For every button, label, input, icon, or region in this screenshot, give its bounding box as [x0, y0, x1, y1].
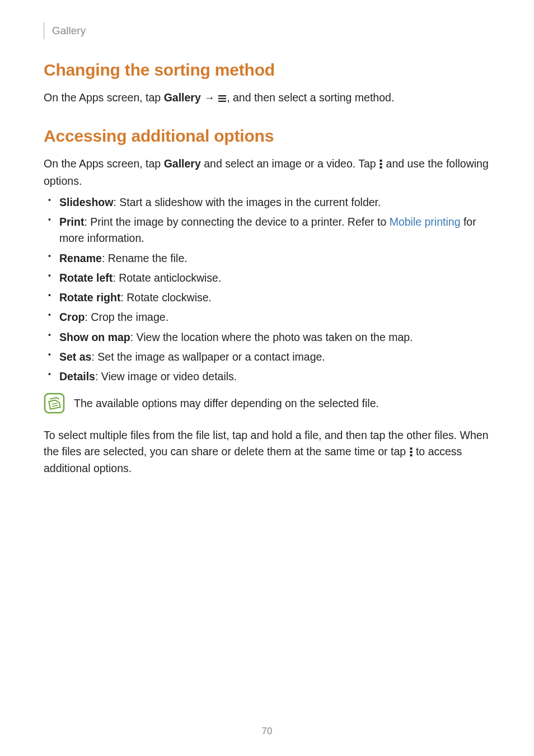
- item-label: Print: [59, 216, 84, 228]
- note-callout: The available options may differ dependi…: [44, 393, 490, 414]
- svg-rect-11: [410, 454, 412, 456]
- heading-options: Accessing additional options: [44, 127, 490, 146]
- svg-rect-0: [218, 95, 226, 96]
- svg-rect-1: [218, 98, 226, 99]
- svg-rect-2: [218, 101, 226, 102]
- item-label: Crop: [59, 311, 85, 323]
- svg-rect-10: [410, 451, 412, 453]
- item-desc: : Rotate anticlockwise.: [113, 272, 221, 284]
- arrow-text: →: [201, 91, 218, 104]
- list-item: Slideshow: Start a slideshow with the im…: [59, 194, 490, 211]
- item-desc: : View the location where the photo was …: [130, 331, 413, 343]
- item-desc: : Crop the image.: [85, 311, 169, 323]
- note-text: The available options may differ dependi…: [74, 396, 379, 411]
- list-item: Print: Print the image by connecting the…: [59, 214, 490, 247]
- item-label: Rename: [59, 252, 102, 264]
- svg-rect-6: [45, 394, 64, 413]
- section-sorting: Changing the sorting method On the Apps …: [44, 60, 490, 106]
- list-item: Rotate left: Rotate anticlockwise.: [59, 270, 490, 286]
- options-list: Slideshow: Start a slideshow with the im…: [44, 194, 490, 385]
- options-intro: On the Apps screen, tap Gallery and sele…: [44, 156, 490, 189]
- sorting-text-pre: On the Apps screen, tap: [44, 91, 164, 104]
- section-options: Accessing additional options On the Apps…: [44, 127, 490, 476]
- item-desc: : Start a slideshow with the images in t…: [113, 196, 381, 208]
- item-label: Rotate left: [59, 272, 113, 284]
- svg-rect-3: [380, 160, 382, 162]
- list-item: Details: View image or video details.: [59, 368, 490, 385]
- list-item: Rename: Rename the file.: [59, 250, 490, 267]
- item-label: Show on map: [59, 331, 130, 343]
- list-item: Set as: Set the image as wallpaper or a …: [59, 349, 490, 365]
- menu-icon: [218, 91, 226, 106]
- svg-line-8: [52, 405, 58, 407]
- list-item: Crop: Crop the image.: [59, 309, 490, 325]
- item-desc: : Rotate clockwise.: [120, 291, 212, 304]
- note-icon: [44, 393, 65, 414]
- item-label: Set as: [59, 351, 91, 363]
- section-name: Gallery: [52, 25, 86, 37]
- page-number: 70: [0, 726, 534, 737]
- sorting-body: On the Apps screen, tap Gallery → , and …: [44, 90, 490, 106]
- svg-rect-4: [380, 163, 382, 165]
- svg-rect-5: [380, 166, 382, 169]
- heading-sorting: Changing the sorting method: [44, 60, 490, 80]
- sorting-text-gallery: Gallery: [164, 91, 201, 104]
- options-intro-gallery: Gallery: [164, 157, 201, 170]
- options-intro-mid: and select an image or a video. Tap: [201, 157, 379, 170]
- item-desc: : Set the image as wallpaper or a contac…: [91, 351, 325, 363]
- svg-rect-9: [410, 447, 412, 450]
- header-section-bar: Gallery: [44, 22, 490, 39]
- link-mobile-printing[interactable]: Mobile printing: [390, 216, 461, 228]
- item-label: Rotate right: [59, 291, 120, 304]
- item-label: Details: [59, 370, 95, 382]
- item-desc-pre: : Print the image by connecting the devi…: [84, 216, 389, 228]
- list-item: Show on map: View the location where the…: [59, 329, 490, 346]
- more-options-icon: [410, 445, 413, 460]
- more-options-icon: [380, 157, 382, 172]
- list-item: Rotate right: Rotate clockwise.: [59, 290, 490, 306]
- item-desc: : View image or video details.: [95, 370, 237, 382]
- item-label: Slideshow: [59, 196, 113, 208]
- svg-line-7: [51, 403, 57, 404]
- item-desc: : Rename the file.: [102, 252, 188, 264]
- sorting-text-post: , and then select a sorting method.: [227, 91, 394, 104]
- multi-select-body: To select multiple files from the file l…: [44, 427, 490, 476]
- options-intro-pre: On the Apps screen, tap: [44, 157, 164, 170]
